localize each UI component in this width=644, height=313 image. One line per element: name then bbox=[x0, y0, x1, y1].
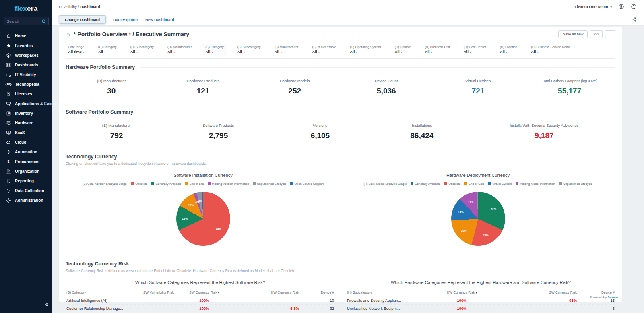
embed-code-button[interactable]: </> bbox=[590, 30, 603, 38]
account-menu[interactable]: Flexera One Demo ▾ bbox=[574, 4, 612, 9]
pie-slice-label: 32% bbox=[491, 207, 496, 210]
filter-d-location[interactable]: (D) Location All▾ bbox=[497, 44, 520, 55]
table-row[interactable]: Artificial Intelligence (AI)-100%-10 bbox=[66, 296, 335, 305]
filter-s-manufacturer[interactable]: (S) Manufacturer All▾ bbox=[272, 44, 301, 55]
kpi-value: 6,105 bbox=[269, 131, 371, 140]
sidebar-item-dashboards[interactable]: Dashboards bbox=[0, 60, 52, 70]
sidebar-item-data-collection[interactable]: Data Collection bbox=[0, 186, 52, 195]
chart-title: Software Installation Currency bbox=[66, 173, 341, 178]
sidebar-item-home[interactable]: Home bbox=[0, 31, 52, 41]
legend-item-end-of-life: End of Life bbox=[185, 182, 204, 186]
new-dashboard-link[interactable]: New Dashboard bbox=[145, 17, 174, 22]
filter-s-category[interactable]: (S) Category All▾ bbox=[203, 44, 226, 55]
sidebar-item-procurement[interactable]: $Procurement bbox=[0, 157, 52, 166]
filter-d-domain[interactable]: (D) Domain All▾ bbox=[392, 44, 414, 55]
software-summary-heading: Software Portfolio Summary bbox=[66, 109, 615, 115]
filter-value: All▾ bbox=[350, 50, 381, 54]
column-header-device[interactable]: Device # bbox=[578, 289, 615, 296]
filter-s-is-licensable[interactable]: (S) Is Licensable All▾ bbox=[310, 44, 339, 55]
sidebar-item-label: Administration bbox=[15, 198, 43, 203]
sidebar-collapse-button[interactable]: « bbox=[45, 301, 48, 307]
sidebar-item-licenses[interactable]: Licenses bbox=[0, 89, 52, 99]
chevron-down-icon: ▾ bbox=[431, 51, 433, 54]
help-icon[interactable] bbox=[631, 4, 637, 10]
filter-value: All▾ bbox=[98, 50, 117, 54]
column-header-sw-currency-risk[interactable]: SW Currency Risk bbox=[505, 289, 578, 296]
filter-label: Date range bbox=[68, 45, 85, 49]
sidebar-item-administration[interactable]: Administration bbox=[0, 195, 52, 205]
pie-slice-label: 20% bbox=[461, 229, 466, 232]
user-profile-icon[interactable] bbox=[618, 4, 624, 10]
filter-label: (S) Category bbox=[205, 45, 223, 49]
column-header-s-category[interactable]: (S) Category bbox=[66, 289, 136, 296]
kpi-label: Hardware Products bbox=[157, 79, 249, 83]
kpi-installs-with-secunia-security-advisories: Installs With Secunia Security Advisorie… bbox=[473, 123, 615, 140]
kpi-h-manufacturer: (H) Manufacturer 30 bbox=[66, 79, 157, 95]
sidebar-item-hardware[interactable]: Hardware bbox=[0, 118, 52, 128]
sidebar-item-cloud[interactable]: Cloud bbox=[0, 137, 52, 147]
table-row[interactable]: Firewalls and Security Applian...100%93%… bbox=[346, 296, 615, 305]
sidebar-item-label: Licenses bbox=[15, 92, 32, 96]
save-as-new-button[interactable]: Save as new bbox=[558, 30, 588, 38]
powered-by-footer: Powered by flexera bbox=[590, 296, 618, 299]
sidebar-item-automation[interactable]: Automation bbox=[0, 147, 52, 157]
kpi-virtual-devices: Virtual Devices 721 bbox=[432, 79, 524, 95]
data-explorer-link[interactable]: Data Explorer bbox=[113, 17, 138, 22]
sidebar-item-it-visibility[interactable]: IT Visibility bbox=[0, 70, 52, 79]
sidebar-item-saas[interactable]: SaaS bbox=[0, 128, 52, 137]
filter-d-cost-center[interactable]: (D) Cost Center All▾ bbox=[461, 44, 489, 55]
breadcrumb-section[interactable]: IT Visibility bbox=[59, 4, 77, 9]
filter-date-range[interactable]: Date range All time▾ bbox=[66, 44, 87, 55]
filter-h-category[interactable]: (H) Category All▾ bbox=[96, 44, 119, 55]
sidebar-item-label: Procurement bbox=[15, 160, 40, 164]
kpi-value: 9,187 bbox=[473, 131, 615, 140]
filter-h-business-service-name[interactable]: (H) Business Service Name All▾ bbox=[528, 44, 573, 55]
column-header-sw-currency-risk[interactable]: SW Currency Risk▾ bbox=[182, 289, 227, 296]
licenses-icon bbox=[6, 91, 11, 97]
filter-d-business-unit[interactable]: (D) Business Unit All▾ bbox=[422, 44, 452, 55]
page-title: * Portfolio Overview * / Executive Summa… bbox=[74, 31, 189, 37]
filter-h-subcategory[interactable]: (H) Subcategory All▾ bbox=[128, 44, 156, 55]
table-row[interactable]: Unclassified Network Equipm...100%-3 bbox=[346, 305, 615, 312]
sidebar-item-inventory[interactable]: Inventory bbox=[0, 108, 52, 118]
column-header-device[interactable]: Device # bbox=[300, 289, 335, 296]
chevron-down-icon: ▾ bbox=[356, 51, 357, 54]
search-icon[interactable] bbox=[41, 19, 47, 26]
kpi-value: 30 bbox=[66, 87, 157, 95]
legend-swatch bbox=[488, 182, 491, 185]
table-cell: - bbox=[505, 305, 578, 312]
saas-icon bbox=[6, 130, 11, 135]
column-header-sw-vulnerbility-risk[interactable]: SW Vulnerbility Risk bbox=[136, 289, 182, 296]
filter-s-subcategory[interactable]: (S) Subcategory All▾ bbox=[235, 44, 263, 55]
logo-era: era bbox=[27, 5, 37, 12]
change-dashboard-button[interactable]: Change Dashboard bbox=[59, 15, 106, 24]
column-header-h-subcategory[interactable]: (H) Subcategory bbox=[346, 289, 419, 296]
table-cell: - bbox=[227, 296, 300, 305]
filter-d-operating-system[interactable]: (D) Operating System All▾ bbox=[347, 44, 383, 55]
footer-brand: flexera bbox=[607, 296, 618, 299]
sidebar-item-label: Organization bbox=[15, 169, 39, 174]
flexera-logo: flexera bbox=[0, 3, 52, 17]
sidebar-item-reporting[interactable]: Reporting bbox=[0, 176, 52, 186]
table-row[interactable]: Customer Relationship Manage...-100%6.3%… bbox=[66, 305, 335, 312]
sidebar-item-favorites[interactable]: Favorites bbox=[0, 41, 52, 50]
column-header-hw-currency-risk[interactable]: HW Currency Risk bbox=[227, 289, 300, 296]
main-area: IT Visibility / Dashboard Flexera One De… bbox=[52, 0, 644, 313]
sidebar-item-organization[interactable]: Organization bbox=[0, 166, 52, 176]
more-options-button[interactable]: ... bbox=[605, 30, 615, 38]
kpi-label: (H) Manufacturer bbox=[66, 79, 157, 83]
sidebar-item-workspaces[interactable]: Workspaces bbox=[0, 50, 52, 60]
legend-item-generally-available: Generally Available bbox=[411, 182, 440, 186]
hardware-deployment-currency-chart: Hardware Deployment Currency(H) Calc. Mo… bbox=[341, 167, 615, 246]
share-icon[interactable] bbox=[631, 17, 637, 22]
filter-h-manufacturer[interactable]: (H) Manufacturer All▾ bbox=[165, 44, 194, 55]
procurement-icon: $ bbox=[6, 159, 11, 164]
column-header-hw-currency-risk[interactable]: HW Currency Risk▾ bbox=[419, 289, 505, 296]
sidebar-item-applications-evidence[interactable]: Applications & Evidence bbox=[0, 99, 52, 108]
pie-hardware-deployment-currency[interactable]: 32%22%20%14%11% bbox=[451, 192, 505, 246]
sidebar-item-label: Automation bbox=[15, 150, 37, 154]
kpi-device-count: Device Count 5,036 bbox=[341, 79, 432, 95]
sidebar-item-technopedia[interactable]: {m}Technopedia bbox=[0, 79, 52, 89]
risk-table-title: Which Hardware Categories Represent the … bbox=[346, 280, 615, 285]
pie-software-installation-currency[interactable]: 68%15%11%2%3% bbox=[176, 192, 230, 246]
